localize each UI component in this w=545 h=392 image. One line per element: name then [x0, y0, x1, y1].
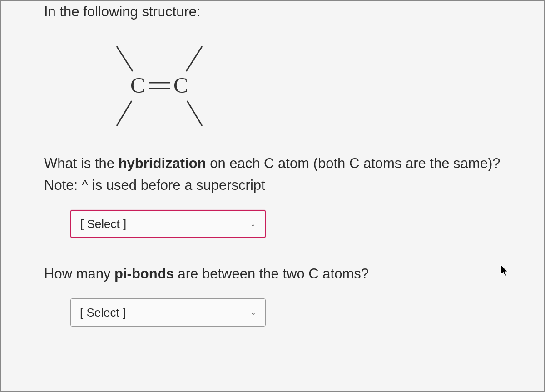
select-2-container: [ Select ] ⌄ [70, 298, 510, 327]
left-carbon-atom: C [130, 73, 145, 97]
q2-prefix: How many [44, 266, 114, 282]
q2-bold: pi-bonds [114, 266, 174, 282]
question-2-text: How many pi-bonds are between the two C … [44, 263, 510, 285]
pi-bonds-select[interactable]: [ Select ] ⌄ [70, 298, 266, 327]
chevron-down-icon: ⌄ [251, 309, 256, 316]
right-carbon-atom: C [173, 73, 188, 97]
intro-text: In the following structure: [44, 4, 510, 20]
select-1-container: [ Select ] ⌄ [70, 210, 510, 238]
q1-prefix: What is the [44, 155, 119, 171]
q1-bold: hybridization [119, 155, 206, 171]
chevron-down-icon: ⌄ [250, 220, 256, 228]
hybridization-select[interactable]: [ Select ] ⌄ [70, 210, 266, 238]
quiz-page: In the following structure: C C What is … [0, 0, 545, 392]
bond-upper-left [117, 46, 133, 71]
select-2-label: [ Select ] [80, 306, 126, 320]
cursor-icon [500, 264, 510, 280]
bond-upper-right [186, 46, 202, 71]
molecular-structure: C C [85, 37, 230, 133]
question-1-text: What is the hybridization on each C atom… [44, 153, 510, 196]
bond-lower-right [187, 101, 202, 126]
q2-suffix: are between the two C atoms? [174, 266, 369, 282]
select-1-label: [ Select ] [80, 217, 126, 231]
bond-lower-left [117, 101, 132, 126]
